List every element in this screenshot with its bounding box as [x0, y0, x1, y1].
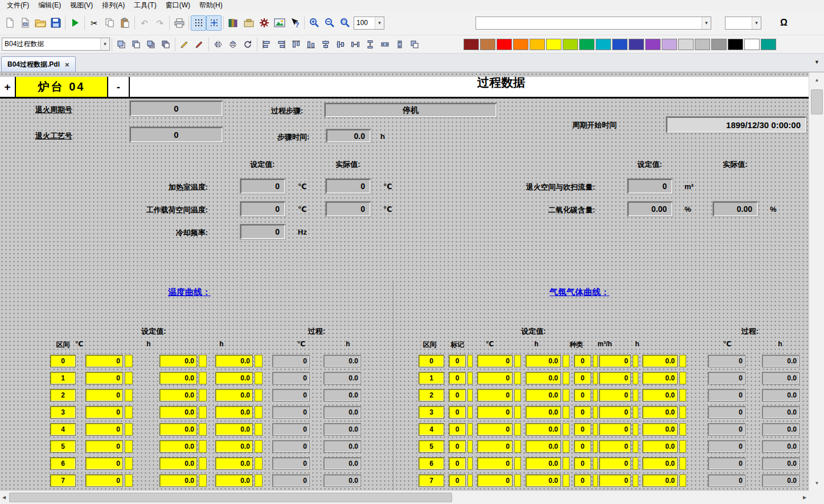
color-swatch-11[interactable]	[645, 39, 661, 50]
tab-list-dropdown-icon[interactable]: ▼	[814, 59, 819, 65]
same-size-button[interactable]	[407, 38, 422, 51]
scroll-right-button[interactable]: ▶	[801, 491, 809, 504]
setpoint-field[interactable]: 0	[574, 440, 591, 453]
setpoint-field[interactable]: 0.0	[526, 355, 561, 367]
setpoint-field[interactable]: 0.0	[642, 355, 678, 367]
setpoint-field[interactable]: 0	[477, 355, 513, 367]
color-swatch-14[interactable]	[695, 39, 710, 50]
align-left-button[interactable]	[259, 38, 274, 51]
setpoint-field[interactable]: 0	[449, 372, 466, 384]
chevron-down-icon[interactable]: ▼	[752, 17, 761, 29]
menu-edit[interactable]: 编辑(E)	[34, 0, 65, 11]
color-swatch-5[interactable]	[546, 39, 561, 50]
document-tab[interactable]: B04过程数据.Pdl ×	[1, 56, 76, 72]
color-swatch-10[interactable]	[629, 39, 644, 50]
setpoint-field[interactable]: 0	[449, 423, 466, 436]
setpoint-field[interactable]: 0	[449, 474, 466, 487]
center-horizontal-button[interactable]	[318, 38, 333, 51]
setpoint-field[interactable]: 0	[477, 372, 513, 384]
new-from-template-button[interactable]	[17, 15, 32, 31]
setpoint-field[interactable]: 0.0	[642, 423, 678, 436]
setpoint-field[interactable]: 0	[574, 423, 591, 436]
bring-forward-button[interactable]	[144, 38, 158, 51]
horizontal-scrollbar[interactable]: ◀ ▶	[0, 490, 809, 504]
center-vertical-button[interactable]	[333, 38, 348, 51]
paste-button[interactable]	[117, 15, 133, 31]
color-swatch-1[interactable]	[480, 39, 495, 50]
setpoint-field[interactable]: 0	[477, 406, 513, 419]
menu-window[interactable]: 窗口(W)	[161, 0, 195, 11]
same-height-button[interactable]	[392, 38, 407, 51]
setpoint-field[interactable]: 0.0	[526, 440, 561, 453]
setpoint-field[interactable]: 0.0	[642, 457, 678, 470]
setpoint-field[interactable]: 0	[477, 389, 513, 401]
setpoint-field[interactable]: 0.0	[642, 474, 678, 487]
menu-arrange[interactable]: 排列(A)	[97, 0, 129, 11]
chevron-down-icon[interactable]: ▼	[702, 17, 711, 29]
align-top-button[interactable]	[289, 38, 304, 51]
setpoint-field[interactable]: 0	[599, 474, 631, 487]
setpoint-field[interactable]: 0.0	[642, 372, 678, 384]
setpoint-field[interactable]: 0.0	[526, 474, 561, 487]
setpoint-field[interactable]: 0.0	[642, 406, 678, 419]
setpoint-field[interactable]: 0	[574, 474, 591, 487]
project-data-button[interactable]	[241, 15, 256, 31]
same-width-button[interactable]	[378, 38, 392, 51]
align-right-button[interactable]	[274, 38, 289, 51]
color-swatch-12[interactable]	[662, 39, 677, 50]
zoom-in-button[interactable]	[306, 15, 322, 31]
line-style-button[interactable]	[177, 38, 192, 51]
save-button[interactable]	[48, 15, 63, 31]
send-to-back-button[interactable]	[129, 38, 144, 51]
scroll-down-button[interactable]: ▼	[809, 476, 824, 490]
color-swatch-17[interactable]	[744, 39, 760, 50]
setpoint-field[interactable]: 0.0	[526, 389, 561, 401]
setpoint-field[interactable]: 0	[477, 440, 513, 453]
fill-style-button[interactable]	[192, 38, 207, 51]
color-swatch-3[interactable]	[513, 39, 528, 50]
color-swatch-15[interactable]	[711, 39, 727, 50]
color-swatch-0[interactable]	[464, 39, 479, 50]
direct-help-button[interactable]: ?	[287, 15, 302, 31]
undo-button[interactable]: ↶	[137, 15, 152, 31]
setpoint-field[interactable]: 0	[449, 440, 466, 453]
zoom-out-button[interactable]	[322, 15, 337, 31]
object-selector-combo[interactable]: B04过程数据▼	[2, 38, 110, 51]
color-swatch-7[interactable]	[579, 39, 595, 50]
menu-help[interactable]: 帮助(H)	[195, 0, 227, 11]
setpoint-field[interactable]: 0	[449, 457, 466, 470]
setpoint-field[interactable]: 0	[599, 355, 631, 367]
color-swatch-16[interactable]	[728, 39, 743, 50]
setpoint-field[interactable]: 0.0	[642, 389, 678, 401]
mirror-horizontal-button[interactable]	[211, 38, 226, 51]
setpoint-field[interactable]: 0	[477, 423, 513, 436]
distribute-vertical-button[interactable]	[363, 38, 378, 51]
distribute-horizontal-button[interactable]	[348, 38, 363, 51]
color-swatch-9[interactable]	[612, 39, 628, 50]
print-button[interactable]	[171, 15, 187, 31]
vertical-scrollbar[interactable]: ▲ ▼	[809, 72, 824, 490]
setpoint-field[interactable]: 0	[599, 389, 631, 401]
zoom-area-button[interactable]	[337, 15, 352, 31]
mirror-vertical-button[interactable]	[226, 38, 240, 51]
copy-button[interactable]	[102, 15, 117, 31]
setpoint-field[interactable]: 0.0	[526, 406, 561, 419]
font-name-combo[interactable]: ▼	[475, 17, 711, 30]
setpoint-field[interactable]: 0	[574, 389, 591, 401]
setpoint-field[interactable]: 0	[574, 457, 591, 470]
color-swatch-4[interactable]	[530, 39, 545, 50]
setpoint-field[interactable]: 0	[599, 423, 631, 436]
align-bottom-button[interactable]	[304, 38, 318, 51]
menu-tools[interactable]: 工具(T)	[129, 0, 161, 11]
vertical-scroll-thumb[interactable]	[811, 89, 823, 114]
setpoint-field[interactable]: 0	[574, 372, 591, 384]
setpoint-field[interactable]: 0	[449, 355, 466, 367]
color-swatch-2[interactable]	[497, 39, 512, 50]
tab-close-icon[interactable]: ×	[65, 60, 69, 69]
setpoint-field[interactable]: 0.0	[642, 440, 678, 453]
font-size-combo[interactable]: ▼	[725, 17, 761, 30]
color-swatch-18[interactable]	[761, 39, 776, 50]
library-button[interactable]	[226, 15, 241, 31]
design-canvas[interactable]: + 炉台 04 - 过程数据 退火周期号 0 退火工艺号 0 过程步骤: 停机 …	[0, 72, 809, 490]
graphics-button[interactable]	[272, 15, 287, 31]
